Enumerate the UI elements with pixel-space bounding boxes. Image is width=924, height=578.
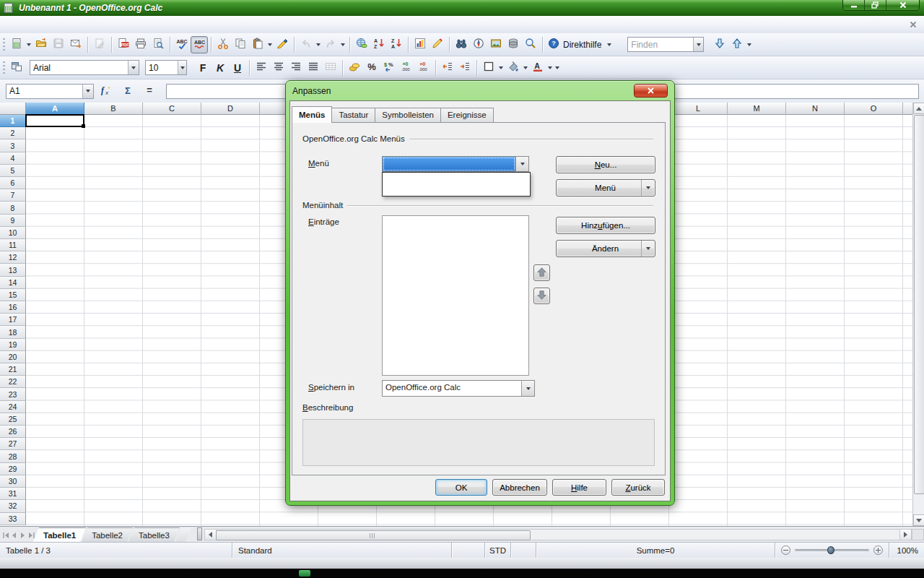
currency-button[interactable] bbox=[346, 59, 363, 77]
help-button[interactable]: ?Direkthilfe bbox=[546, 36, 606, 53]
find-previous-button[interactable] bbox=[728, 36, 746, 53]
bold-button[interactable]: F bbox=[194, 59, 212, 77]
move-up-button[interactable] bbox=[533, 264, 550, 281]
row-header-27[interactable]: 27 bbox=[0, 438, 26, 450]
increase-indent-button[interactable] bbox=[456, 59, 474, 77]
insert-chart-button[interactable] bbox=[411, 36, 429, 53]
merge-cells-button[interactable] bbox=[322, 59, 339, 77]
row-header-4[interactable]: 4 bbox=[0, 152, 26, 165]
email-button[interactable] bbox=[67, 36, 84, 53]
percent-button[interactable]: % bbox=[363, 59, 380, 77]
name-box-dropdown-button[interactable] bbox=[82, 85, 93, 98]
row-header-15[interactable]: 15 bbox=[0, 289, 26, 301]
column-header-M[interactable]: M bbox=[728, 103, 786, 115]
font-name-dropdown-button[interactable] bbox=[128, 61, 139, 74]
row-header-25[interactable]: 25 bbox=[0, 413, 26, 426]
zoom-out-icon[interactable] bbox=[781, 545, 790, 555]
font-size-combo[interactable] bbox=[145, 60, 187, 75]
paste-dropdown-button[interactable] bbox=[266, 36, 274, 53]
find-input[interactable] bbox=[628, 38, 693, 51]
spellcheck-button[interactable]: ABC bbox=[173, 36, 191, 53]
font-color-button[interactable]: A bbox=[529, 59, 546, 77]
font-name-combo[interactable] bbox=[30, 60, 139, 75]
row-header-7[interactable]: 7 bbox=[0, 189, 26, 202]
ok-button[interactable]: OK bbox=[435, 479, 487, 496]
hyperlink-button[interactable] bbox=[353, 36, 370, 53]
row-header-18[interactable]: 18 bbox=[0, 326, 26, 338]
row-header-29[interactable]: 29 bbox=[0, 463, 26, 475]
zoom-percentage[interactable]: 100% bbox=[889, 543, 924, 558]
move-down-button[interactable] bbox=[533, 288, 550, 304]
status-page-style[interactable]: Standard bbox=[232, 543, 452, 558]
row-header-24[interactable]: 24 bbox=[0, 401, 26, 413]
delete-decimal-button[interactable]: ×0.000 bbox=[415, 59, 432, 77]
reset-button[interactable]: Zurück bbox=[611, 479, 665, 496]
print-button[interactable] bbox=[132, 36, 149, 53]
first-sheet-button[interactable] bbox=[1, 530, 9, 540]
borders-button[interactable] bbox=[480, 59, 497, 77]
draw-functions-button[interactable] bbox=[429, 36, 446, 53]
underline-button[interactable]: U bbox=[229, 59, 246, 77]
row-header-28[interactable]: 28 bbox=[0, 450, 26, 462]
undo-dropdown-button[interactable] bbox=[315, 36, 322, 53]
zoom-button[interactable] bbox=[522, 36, 539, 53]
horizontal-scrollbar[interactable] bbox=[204, 529, 912, 540]
styles-panel-button[interactable] bbox=[8, 59, 25, 77]
dialog-tab-3[interactable]: Symbolleisten bbox=[375, 108, 440, 122]
font-name-input[interactable] bbox=[30, 61, 128, 74]
row-header-11[interactable]: 11 bbox=[0, 239, 26, 251]
close-document-icon[interactable] bbox=[908, 20, 918, 30]
modify-dropdown[interactable] bbox=[641, 241, 655, 256]
next-sheet-button[interactable] bbox=[19, 530, 27, 540]
last-sheet-button[interactable] bbox=[27, 530, 35, 540]
row-header-3[interactable]: 3 bbox=[0, 139, 26, 152]
row-header-8[interactable]: 8 bbox=[0, 202, 26, 214]
menu-actions-button[interactable]: Menü bbox=[556, 179, 655, 197]
row-header-12[interactable]: 12 bbox=[0, 251, 26, 264]
add-decimal-button[interactable]: +0.000 bbox=[398, 59, 415, 77]
edit-file-button[interactable] bbox=[91, 36, 108, 53]
row-header-6[interactable]: 6 bbox=[0, 177, 26, 189]
row-header-2[interactable]: 2 bbox=[0, 127, 26, 139]
vertical-scroll-thumb[interactable] bbox=[914, 115, 924, 494]
redo-button[interactable] bbox=[322, 36, 339, 53]
export-pdf-button[interactable]: PDF bbox=[115, 36, 132, 53]
row-header-10[interactable]: 10 bbox=[0, 227, 26, 239]
row-header-9[interactable]: 9 bbox=[0, 215, 26, 227]
data-sources-button[interactable] bbox=[505, 36, 522, 53]
save-button[interactable] bbox=[50, 36, 67, 53]
standard-format-button[interactable]: $% bbox=[380, 59, 398, 77]
new-menu-button[interactable]: Neu... bbox=[556, 156, 655, 173]
align-center-button[interactable] bbox=[270, 59, 287, 77]
row-header-19[interactable]: 19 bbox=[0, 339, 26, 351]
font-color-dropdown-button[interactable] bbox=[546, 59, 554, 77]
row-header-20[interactable]: 20 bbox=[0, 351, 26, 363]
row-header-22[interactable]: 22 bbox=[0, 376, 26, 388]
entries-listbox[interactable] bbox=[382, 215, 529, 376]
row-header-14[interactable]: 14 bbox=[0, 277, 26, 289]
sum-button[interactable]: Σ bbox=[118, 82, 137, 100]
format-paintbrush-button[interactable] bbox=[274, 36, 291, 53]
select-all-corner[interactable] bbox=[0, 103, 26, 115]
row-header-32[interactable]: 32 bbox=[0, 500, 26, 512]
borders-dropdown-button[interactable] bbox=[497, 59, 505, 77]
column-header-D[interactable]: D bbox=[201, 103, 260, 115]
dialog-titlebar[interactable]: Anpassen bbox=[286, 81, 674, 100]
dialog-tab-2[interactable]: Tastatur bbox=[332, 108, 375, 122]
auto-spellcheck-button[interactable]: ABC bbox=[191, 36, 208, 53]
menu-combobox[interactable] bbox=[382, 156, 529, 172]
formula-button[interactable]: = bbox=[140, 82, 159, 100]
vertical-scrollbar[interactable] bbox=[912, 103, 924, 526]
find-toolbar-combo[interactable] bbox=[627, 37, 704, 52]
row-header-5[interactable]: 5 bbox=[0, 165, 26, 177]
column-header-C[interactable]: C bbox=[143, 103, 201, 115]
align-right-button[interactable] bbox=[287, 59, 305, 77]
find-next-button[interactable] bbox=[711, 36, 728, 53]
find-replace-button[interactable] bbox=[453, 36, 470, 53]
scroll-right-button[interactable] bbox=[899, 530, 911, 540]
sheet-tab-tabelle2[interactable]: Tabelle2 bbox=[82, 527, 133, 542]
new-dropdown-button[interactable] bbox=[25, 36, 32, 53]
row-header-23[interactable]: 23 bbox=[0, 388, 26, 400]
menu-actions-dropdown[interactable] bbox=[641, 180, 655, 196]
row-header-1[interactable]: 1 bbox=[0, 115, 26, 127]
